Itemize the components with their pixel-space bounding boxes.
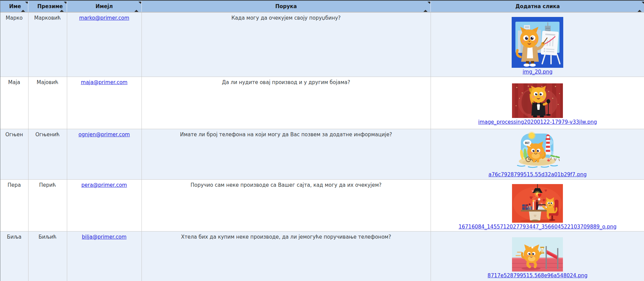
messages-table: Име Презиме Имејл Порука Додатна слика bbox=[0, 1, 644, 281]
cell-message: Хтела бих да купим неке производе, да ли… bbox=[141, 231, 431, 281]
column-header-label: Додатна слика bbox=[515, 3, 560, 9]
column-header-label: Порука bbox=[275, 3, 297, 9]
cell-last-name: Мајовић bbox=[28, 77, 67, 129]
cell-last-name: Биљић bbox=[28, 231, 67, 281]
cell-attachment: 8717e528799515.568e96a548024.png bbox=[431, 231, 644, 281]
column-header-last-name[interactable]: Презиме bbox=[28, 1, 67, 12]
column-header-label: Презиме bbox=[37, 3, 63, 9]
sort-icon bbox=[423, 4, 428, 9]
cell-last-name: Марковић bbox=[28, 12, 67, 77]
cell-attachment: img_20.png bbox=[431, 12, 644, 77]
cell-message: Када могу да очекујем своју поруџбину? bbox=[141, 12, 431, 77]
speech-bubble-text: Hi! bbox=[525, 141, 530, 144]
column-header-first-name[interactable]: Име bbox=[0, 1, 28, 12]
cat-finish-line-illustration bbox=[433, 237, 643, 272]
sort-icon bbox=[134, 4, 139, 9]
cat-beach-lighthouse-illustration: Hi! bbox=[433, 132, 643, 170]
cell-last-name: Огњенић bbox=[28, 129, 67, 179]
table-header-row: Име Презиме Имејл Порука Додатна слика bbox=[0, 1, 644, 12]
attachment-filename-link[interactable]: image_processing20200122-17979-v33jlw.pn… bbox=[478, 119, 597, 125]
cat-award-stage-illustration bbox=[433, 83, 643, 118]
email-link[interactable]: ognjen@primer.com bbox=[78, 132, 130, 138]
cell-email: pera@primer.com bbox=[67, 179, 141, 231]
email-link[interactable]: bilja@primer.com bbox=[82, 234, 127, 240]
column-header-label: Име bbox=[9, 3, 21, 9]
email-link[interactable]: pera@primer.com bbox=[81, 182, 127, 188]
column-header-extra-image[interactable]: Додатна слика bbox=[431, 1, 644, 12]
cell-attachment: 16716084_1455712027793447_35660452210370… bbox=[431, 179, 644, 231]
cell-attachment: Hi! a76c7928799515.55d32a01b29f7.png bbox=[431, 129, 644, 179]
email-link[interactable]: marko@primer.com bbox=[79, 15, 129, 21]
column-header-email[interactable]: Имејл bbox=[67, 1, 141, 12]
cell-first-name: Огњен bbox=[0, 129, 28, 179]
contact-messages-page: Име Презиме Имејл Порука Додатна слика bbox=[0, 0, 644, 281]
email-link[interactable]: maja@primer.com bbox=[81, 79, 127, 85]
attachment-filename-link[interactable]: 16716084_1455712027793447_35660452210370… bbox=[458, 224, 617, 230]
cell-email: maja@primer.com bbox=[67, 77, 141, 129]
attachment-filename-link[interactable]: 8717e528799515.568e96a548024.png bbox=[488, 273, 588, 279]
cell-email: marko@primer.com bbox=[67, 12, 141, 77]
cell-email: bilja@primer.com bbox=[67, 231, 141, 281]
table-row: Пера Перић pera@primer.com Поручио сам н… bbox=[0, 179, 644, 231]
cell-message: Поручио сам неке производе са Вашег сајт… bbox=[141, 179, 431, 231]
cat-presentation-illustration bbox=[433, 17, 643, 68]
sort-icon bbox=[60, 4, 64, 9]
attachment-filename-link[interactable]: a76c7928799515.55d32a01b29f7.png bbox=[489, 172, 587, 178]
cell-first-name: Марко bbox=[0, 12, 28, 77]
cell-attachment: image_processing20200122-17979-v33jlw.pn… bbox=[431, 77, 644, 129]
table-row: Марко Марковић marko@primer.com Када мог… bbox=[0, 12, 644, 77]
table-row: Биља Биљић bilja@primer.com Хтела бих да… bbox=[0, 231, 644, 281]
cell-message: Имате ли број телефона на који могу да В… bbox=[141, 129, 431, 179]
cell-email: ognjen@primer.com bbox=[67, 129, 141, 179]
table-row: Маја Мајовић maja@primer.com Да ли нудит… bbox=[0, 77, 644, 129]
cell-message: Да ли нудите овај производ и у другим бо… bbox=[141, 77, 431, 129]
attachment-filename-link[interactable]: img_20.png bbox=[523, 69, 552, 75]
column-header-label: Имејл bbox=[95, 3, 113, 9]
table-row: Огњен Огњенић ognjen@primer.com Имате ли… bbox=[0, 129, 644, 179]
cell-first-name: Биља bbox=[0, 231, 28, 281]
cell-first-name: Пера bbox=[0, 179, 28, 231]
sort-icon bbox=[21, 4, 25, 9]
cat-valentine-desk-illustration bbox=[433, 184, 643, 223]
column-header-message[interactable]: Порука bbox=[141, 1, 431, 12]
cell-last-name: Перић bbox=[28, 179, 67, 231]
sort-icon bbox=[638, 4, 642, 9]
cell-first-name: Маја bbox=[0, 77, 28, 129]
